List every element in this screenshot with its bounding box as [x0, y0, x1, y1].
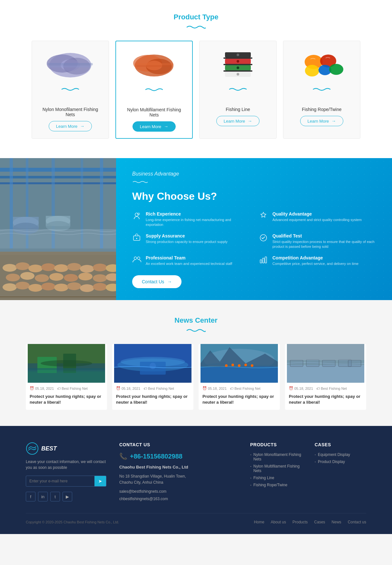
- learn-more-fishing-rope[interactable]: Learn More →: [300, 116, 343, 126]
- svg-point-22: [237, 73, 239, 76]
- footer-email-input[interactable]: [26, 476, 94, 486]
- footer-phone: 📞 +86-15156802988: [119, 452, 237, 460]
- svg-rect-80: [263, 258, 264, 263]
- news-card-3[interactable]: ⏰ 05.18, 2021 🏷 Best Fishing Net Protect…: [199, 344, 280, 410]
- footer-logo: BEST: [26, 442, 106, 455]
- social-linkedin-btn[interactable]: in: [38, 492, 48, 501]
- footer-nav-contact[interactable]: Contact us: [348, 520, 366, 524]
- footer-nav-cases[interactable]: Cases: [314, 520, 325, 524]
- footer-nav-home[interactable]: Home: [254, 520, 264, 524]
- news-card-1[interactable]: ⏰ 05.18, 2021 🏷 Best Fishing Net Protect…: [26, 344, 107, 410]
- svg-point-69: [80, 284, 94, 292]
- advantage-competition: Competition Advantage Competitive price,…: [259, 255, 376, 266]
- competition-icon: [259, 255, 269, 266]
- product-type-title: Product Type: [26, 13, 366, 21]
- news-card-4[interactable]: ⏰ 05.18, 2021 🏷 Best Fishing Net Protect…: [285, 344, 366, 410]
- svg-rect-10: [135, 63, 173, 65]
- footer-product-item-1[interactable]: Nylon Monofilament Fishing Nets: [250, 452, 302, 461]
- footer-product-item-2[interactable]: Nylon Multifilament Fishing Nets: [250, 464, 302, 473]
- svg-rect-32: [0, 182, 116, 184]
- footer-social-links: f in t ▶: [26, 492, 106, 501]
- news-title-2: Protect your hunting rights; spay or neu…: [112, 392, 193, 410]
- product-image-fishing-line: [212, 47, 264, 83]
- svg-rect-13: [223, 57, 252, 59]
- news-title-4: Protect your hunting rights; spay or neu…: [285, 392, 366, 410]
- footer-nav-products[interactable]: Products: [292, 520, 308, 524]
- svg-rect-81: [265, 257, 267, 263]
- svg-point-52: [80, 265, 94, 273]
- footer-bottom: Copyright © 2020-2025 Chaohu Best Fishin…: [26, 513, 366, 524]
- svg-rect-44: [0, 229, 116, 255]
- svg-point-78: [137, 257, 140, 259]
- phone-icon: 📞: [119, 452, 127, 460]
- card-wave-4: [312, 87, 331, 93]
- footer-case-item-1[interactable]: Equipment Display: [315, 452, 366, 457]
- footer-product-item-4[interactable]: Fishing Rope/Twine: [250, 483, 302, 487]
- advantage-text-qualified: Qualified Test Strict quality inspection…: [272, 233, 376, 249]
- svg-point-103: [251, 364, 253, 367]
- news-meta-3: ⏰ 05.18, 2021 🏷 Best Fishing Net: [199, 383, 280, 392]
- svg-point-68: [67, 282, 81, 290]
- svg-point-99: [225, 364, 228, 367]
- factory-image-content: [0, 158, 116, 300]
- svg-rect-111: [287, 344, 364, 360]
- product-name-fishing-line: Fishing Line: [226, 107, 250, 112]
- svg-point-53: [93, 264, 107, 271]
- news-section: News Center ⏰ 05.18,: [0, 300, 392, 426]
- svg-point-59: [64, 274, 78, 282]
- social-twitter-btn[interactable]: t: [50, 492, 60, 501]
- news-title-1: Protect your hunting rights; spay or neu…: [26, 392, 107, 410]
- social-youtube-btn[interactable]: ▶: [63, 492, 72, 501]
- why-choose-title: Why Choose Us?: [132, 190, 376, 202]
- advantage-professional-team: Professional Team An excellent work team…: [132, 255, 249, 266]
- news-wave: [26, 328, 366, 334]
- experience-icon: [132, 211, 142, 222]
- svg-rect-4: [48, 63, 93, 66]
- svg-rect-88: [28, 370, 105, 371]
- social-facebook-btn[interactable]: f: [26, 492, 35, 501]
- product-wave: [26, 25, 366, 31]
- news-card-2[interactable]: ⏰ 05.18, 2021 🏷 Best Fishing Net Protect…: [112, 344, 193, 410]
- news-image-2: [112, 344, 193, 383]
- svg-point-65: [28, 284, 43, 292]
- card-wave-3: [228, 87, 248, 93]
- product-image-fishing-rope: [296, 47, 348, 83]
- advantage-rich-experience: Rich Experience Long-time experience in …: [132, 211, 249, 227]
- footer-bottom-nav: Home About us Products Cases News Contac…: [254, 520, 366, 524]
- news-image-1: [26, 344, 107, 383]
- product-card-nylon-multi: Nylon Multifilament Fishing Nets Learn M…: [115, 41, 193, 139]
- learn-more-fishing-line[interactable]: Learn More →: [216, 116, 260, 126]
- svg-rect-107: [306, 359, 319, 367]
- svg-rect-87: [28, 368, 105, 370]
- product-card-nylon-mono: Nylon Monofilament Fishing Nets Learn Mo…: [32, 41, 109, 139]
- card-wave-1: [61, 87, 80, 93]
- svg-point-66: [41, 283, 55, 290]
- news-clock-icon-2: ⏰ 05.18, 2021: [116, 386, 140, 390]
- learn-more-nylon-mono[interactable]: Learn More →: [49, 121, 92, 131]
- footer-contact-column: CONTACT US 📞 +86-15156802988 Chaohu Best…: [119, 442, 237, 503]
- footer-case-item-2[interactable]: Product Display: [315, 459, 366, 464]
- svg-point-63: [3, 283, 17, 291]
- advantage-text-experience: Rich Experience Long-time experience in …: [146, 211, 249, 227]
- footer-nav-news[interactable]: News: [332, 520, 341, 524]
- advantage-text-supply: Supply Assurance Strong production capac…: [146, 233, 228, 244]
- footer-product-item-3[interactable]: Fishing Line: [250, 476, 302, 480]
- svg-point-46: [3, 264, 17, 272]
- svg-point-25: [305, 65, 319, 76]
- svg-point-47: [15, 262, 30, 270]
- footer-email-submit[interactable]: ➤: [94, 476, 106, 486]
- footer-products-list: Nylon Monofilament Fishing Nets Nylon Mu…: [250, 452, 302, 487]
- svg-point-50: [54, 264, 68, 272]
- product-type-section: Product Type Nyl: [0, 0, 392, 158]
- footer-nav-about[interactable]: About us: [271, 520, 286, 524]
- svg-rect-17: [223, 70, 252, 72]
- contact-us-button[interactable]: Contact Us →: [132, 275, 181, 288]
- svg-point-20: [237, 60, 239, 63]
- news-meta-2: ⏰ 05.18, 2021 🏷 Best Fishing Net: [112, 383, 193, 392]
- learn-more-nylon-multi[interactable]: Learn More →: [132, 121, 176, 132]
- svg-point-57: [35, 274, 49, 282]
- svg-rect-30: [0, 168, 116, 172]
- product-image-nylon-mono: [44, 47, 96, 83]
- business-wave-divider: [132, 179, 376, 185]
- svg-point-102: [244, 364, 247, 366]
